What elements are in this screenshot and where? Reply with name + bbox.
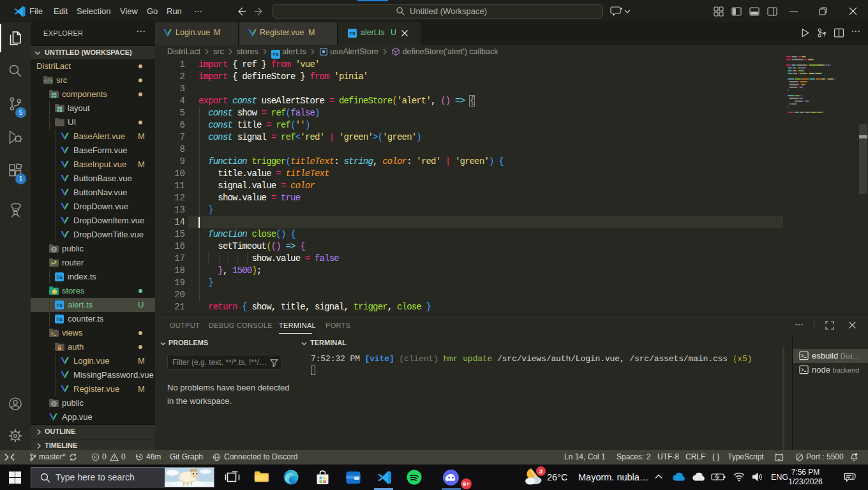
svg-text:</>: </> <box>44 78 53 84</box>
